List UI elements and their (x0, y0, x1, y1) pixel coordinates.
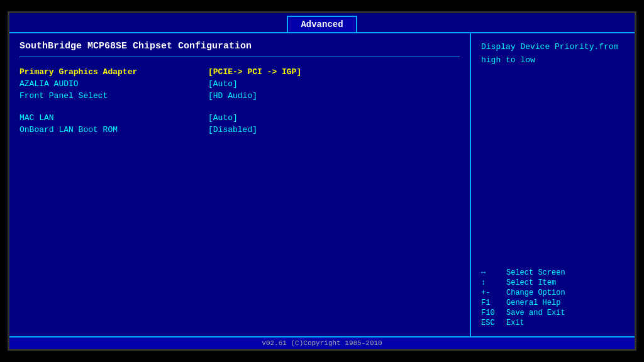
config-label-mac-lan: MAC LAN (19, 113, 208, 123)
right-panel: Display Device Priority.from high to low… (471, 33, 635, 336)
config-value-mac-lan: [Auto] (208, 113, 238, 123)
config-row-front-panel[interactable]: Front Panel Select [HD Audio] (19, 91, 460, 101)
tab-advanced[interactable]: Advanced (287, 16, 357, 32)
section-title: SouthBridge MCP68SE Chipset Configuratio… (19, 41, 460, 57)
key-desc-f1: General Help (506, 299, 560, 307)
config-label-primary-graphics: Primary Graphics Adapter (19, 67, 208, 77)
section-gap (19, 103, 460, 113)
key-row-select-item: ↕ Select Item (481, 278, 625, 287)
config-value-onboard-lan: [Disabled] (208, 125, 257, 134)
tab-bar: Advanced (9, 13, 635, 33)
config-label-azalia: AZALIA AUDIO (19, 79, 208, 89)
config-row-mac-lan[interactable]: MAC LAN [Auto] (19, 113, 460, 123)
bottom-bar: v02.61 (C)Copyright 1985-2010 (9, 336, 635, 349)
key-desc-esc: Exit (506, 319, 525, 327)
bios-screen: Advanced SouthBridge MCP68SE Chipset Con… (8, 11, 636, 351)
key-code-arrows-lr: ↔ (481, 268, 506, 277)
key-row-change-option: +- Change Option (481, 288, 625, 297)
config-row-primary-graphics[interactable]: Primary Graphics Adapter [PCIE-> PCI -> … (19, 67, 460, 77)
key-code-arrows-ud: ↕ (481, 278, 506, 287)
config-row-onboard-lan[interactable]: OnBoard LAN Boot ROM [Disabled] (19, 125, 460, 134)
config-label-onboard-lan: OnBoard LAN Boot ROM (19, 125, 208, 134)
left-panel: SouthBridge MCP68SE Chipset Configuratio… (9, 33, 471, 336)
key-row-select-screen: ↔ Select Screen (481, 268, 625, 277)
help-text: Display Device Priority.from high to low (481, 41, 625, 67)
config-value-azalia: [Auto] (208, 79, 238, 89)
config-table: Primary Graphics Adapter [PCIE-> PCI -> … (19, 67, 460, 137)
config-value-front-panel: [HD Audio] (208, 91, 257, 101)
key-desc-f10: Save and Exit (506, 309, 565, 317)
key-row-esc: ESC Exit (481, 319, 625, 327)
key-code-f1: F1 (481, 299, 506, 307)
config-row-azalia[interactable]: AZALIA AUDIO [Auto] (19, 79, 460, 89)
key-row-f10: F10 Save and Exit (481, 309, 625, 317)
key-code-f10: F10 (481, 309, 506, 317)
key-row-f1: F1 General Help (481, 299, 625, 307)
key-code-plusminus: +- (481, 288, 506, 297)
config-label-front-panel: Front Panel Select (19, 91, 208, 101)
main-area: SouthBridge MCP68SE Chipset Configuratio… (9, 33, 635, 336)
key-code-esc: ESC (481, 319, 506, 327)
key-help: ↔ Select Screen ↕ Select Item +- Change … (481, 268, 625, 329)
key-desc-select-item: Select Item (506, 278, 556, 287)
key-desc-change-option: Change Option (506, 288, 565, 297)
key-desc-select-screen: Select Screen (506, 268, 565, 277)
bottom-text: v02.61 (C)Copyright 1985-2010 (262, 339, 382, 347)
config-value-primary-graphics: [PCIE-> PCI -> IGP] (208, 67, 301, 77)
